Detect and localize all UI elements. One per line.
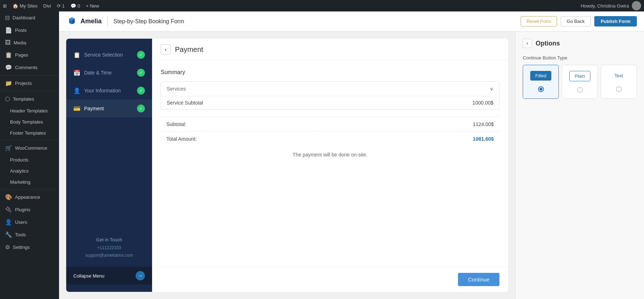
reset-form-button[interactable]: Reset Form [521,16,557,26]
sidebar-item-dashboard[interactable]: ⊟ Dashboard [0,11,59,24]
projects-icon: 📁 [5,80,12,87]
your-info-icon: 👤 [73,87,80,94]
form-panel: ‹ Payment Summary Services ∨ Service Sub… [152,39,508,292]
update-icon: ⟳ [57,3,61,9]
sidebar-item-header-templates[interactable]: Header Templates [0,105,59,116]
sidebar-item-pages[interactable]: 📋 Pages [0,49,59,61]
sidebar-item-woocommerce[interactable]: 🛒 WooCommerce [0,142,59,154]
updates-link[interactable]: ⟳ 1 [57,3,65,9]
payment-icon: 💳 [73,105,80,112]
amelia-logo: Amelia [66,16,102,27]
sidebar-item-projects[interactable]: 📁 Projects [0,77,59,90]
divider-1 [0,75,59,76]
my-sites-link[interactable]: 🏠 My Sites [13,3,38,9]
sidebar-item-posts[interactable]: 📄 Posts [0,24,59,37]
sidebar-item-templates[interactable]: ⬡ Templates [0,93,59,105]
service-selection-icon: 📋 [73,52,80,58]
users-icon: 👤 [5,219,12,226]
continue-button-type-label: Continue Button Type [523,55,637,61]
sidebar-item-users[interactable]: 👤 Users [0,216,59,228]
step-check-info: ✓ [137,87,145,95]
amelia-logo-text: Amelia [80,18,102,25]
button-type-plain[interactable]: Plain [562,65,598,99]
comments-icon: 💬 [5,64,12,71]
sidebar-item-media[interactable]: 🖼 Media [0,37,59,49]
comments-link[interactable]: 💬 0 [70,3,80,9]
collapse-menu-bar[interactable]: Collapse Menu → [66,267,152,285]
steps-footer: Get in Touch +111222333 support@ameliatm… [66,228,152,267]
header-divider [107,16,108,26]
booking-area: 📋 Service Selection ✓ 📅 Date & Time ✓ 👤 … [59,32,515,299]
sidebar-item-settings[interactable]: ⚙ Settings [0,241,59,254]
subtotal-row: Subtotal: 1124.00$ [161,117,499,131]
divider-4 [0,189,59,189]
text-preview: Text [610,71,628,81]
publish-form-button[interactable]: Publish Form [594,16,637,26]
plain-preview: Plain [569,71,590,81]
step-date-time[interactable]: 📅 Date & Time ✓ [66,64,152,82]
appearance-icon: 🎨 [5,194,12,201]
admin-bar-right: Howdy, Christina Gwira [581,1,641,10]
get-in-touch-label: Get in Touch [73,236,145,244]
avatar [632,1,641,10]
step-check-payment: ✓ [137,105,145,112]
options-back-button[interactable]: ‹ [523,39,532,48]
new-link[interactable]: + New [86,3,99,9]
form-panel-footer: Continue [152,267,508,292]
amelia-logo-icon [66,16,78,27]
summary-title: Summary [161,69,499,76]
step-service-selection[interactable]: 📋 Service Selection ✓ [66,46,152,64]
collapse-menu-label: Collapse Menu [73,273,104,279]
sidebar-item-tools[interactable]: 🔧 Tools [0,228,59,241]
go-back-button[interactable]: Go Back [561,16,591,26]
total-label: Total Amount: [166,136,197,142]
sidebar-item-products[interactable]: Products [0,154,59,165]
step-your-information[interactable]: 👤 Your Information ✓ [66,82,152,100]
sidebar-item-analytics[interactable]: Analytics [0,165,59,177]
plugins-icon: 🔌 [5,206,12,213]
options-panel: ‹ Options Continue Button Type Filled Pl… [515,32,644,299]
summary-box: Services ∨ Service Subtotal 1000.00$ [161,81,499,110]
sidebar-item-plugins[interactable]: 🔌 Plugins [0,203,59,216]
contact-phone: +111222333 [73,244,145,252]
wp-logo[interactable]: ⊞ [3,3,7,9]
button-type-filled[interactable]: Filled [523,65,559,99]
payment-back-button[interactable]: ‹ [161,44,171,54]
plain-radio [577,87,583,93]
sidebar-item-marketing[interactable]: Marketing [0,177,59,188]
sidebar-item-appearance[interactable]: 🎨 Appearance [0,191,59,203]
settings-icon: ⚙ [5,244,10,251]
collapse-arrow-icon: → [136,271,145,280]
options-header: ‹ Options [523,39,637,48]
admin-bar: ⊞ 🏠 My Sites Divi ⟳ 1 💬 0 + New Howdy, C… [0,0,644,11]
howdy-text: Howdy, Christina Gwira [581,3,629,9]
divider-3 [0,140,59,140]
media-icon: 🖼 [5,39,11,46]
sidebar-item-footer-templates[interactable]: Footer Templates [0,127,59,139]
divi-link[interactable]: Divi [43,3,51,9]
house-icon: 🏠 [13,3,18,9]
divider-2 [0,91,59,91]
text-radio [616,86,622,92]
comment-icon: 💬 [70,3,76,9]
sidebar-item-comments[interactable]: 💬 Comments [0,61,59,74]
step-check-date: ✓ [137,69,145,77]
subtotal-label: Subtotal: [166,121,186,127]
payment-note: The payment will be done on-site. [161,146,499,163]
steps-panel: 📋 Service Selection ✓ 📅 Date & Time ✓ 👤 … [66,39,152,292]
button-type-text[interactable]: Text [601,65,637,99]
sidebar: ⊟ Dashboard 📄 Posts 🖼 Media 📋 Pages 💬 Co… [0,11,59,299]
total-value: 1081.60$ [473,136,494,142]
filled-radio [538,86,544,92]
form-panel-header: ‹ Payment [152,39,508,61]
services-header: Services ∨ [161,82,499,96]
continue-button[interactable]: Continue [458,273,499,286]
payment-title: Payment [175,45,203,54]
form-panel-body: Summary Services ∨ Service Subtotal 1000… [152,61,508,267]
service-subtotal-label: Service Subtotal [167,100,203,106]
woocommerce-icon: 🛒 [5,145,12,151]
step-payment[interactable]: 💳 Payment ✓ [66,100,152,117]
button-type-grid: Filled Plain Text [523,65,637,99]
sidebar-item-body-templates[interactable]: Body Templates [0,116,59,127]
pages-icon: 📋 [5,52,12,58]
